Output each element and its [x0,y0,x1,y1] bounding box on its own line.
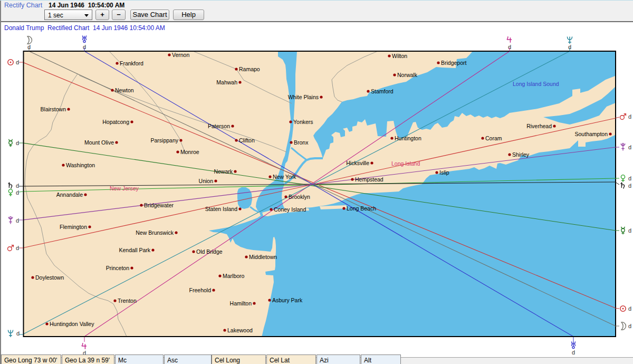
svg-text:d: d [16,217,19,224]
svg-text:Southampton: Southampton [575,131,608,137]
svg-text:Newark: Newark [214,168,233,175]
svg-text:Bridgeport: Bridgeport [441,60,467,66]
svg-text:Flemington: Flemington [60,224,87,230]
svg-text:Huntingdon Valley: Huntingdon Valley [50,321,94,327]
svg-text:Clifton: Clifton [239,137,255,143]
svg-text:Hempstead: Hempstead [355,176,383,183]
svg-text:Yonkers: Yonkers [293,119,313,125]
svg-text:d: d [16,189,19,196]
svg-text:d: d [628,323,631,329]
svg-text:Frankford: Frankford [120,60,143,66]
svg-text:d: d [16,59,19,65]
svg-text:Trenton: Trenton [118,298,137,304]
svg-text:d: d [16,140,19,146]
svg-text:Hamilton: Hamilton [230,300,252,306]
svg-text:Shirley: Shirley [512,151,530,158]
svg-text:Staten Island: Staten Island [205,206,237,212]
svg-text:Vernon: Vernon [172,52,189,58]
svg-text:Union: Union [199,178,214,184]
svg-text:Kendall Park: Kendall Park [119,247,150,253]
svg-text:Hicksville: Hicksville [346,160,369,166]
svg-text:d: d [628,305,631,312]
svg-text:Long Island: Long Island [391,160,420,167]
svg-text:Monroe: Monroe [180,149,199,155]
svg-text:Stamford: Stamford [371,88,394,94]
svg-text:Coney Island: Coney Island [274,206,306,213]
svg-text:d: d [628,175,631,181]
svg-text:d: d [16,183,19,189]
svg-text:Huntington: Huntington [395,135,421,141]
svg-text:Middletown: Middletown [249,254,277,260]
svg-text:Wilton: Wilton [392,53,407,59]
svg-text:Marlboro: Marlboro [223,273,245,279]
svg-text:Norwalk: Norwalk [397,72,418,78]
svg-text:Hopatcong: Hopatcong [102,119,129,125]
svg-text:Paterson: Paterson [208,123,230,129]
svg-text:Islip: Islip [439,169,449,176]
svg-text:Bridgewater: Bridgewater [144,202,174,208]
svg-text:Mahwah: Mahwah [216,79,237,85]
svg-text:d: d [628,113,631,120]
svg-text:d: d [628,227,631,234]
svg-text:Bronx: Bronx [294,139,309,146]
svg-text:Ramapo: Ramapo [239,66,260,72]
svg-text:Freehold: Freehold [189,287,212,293]
svg-text:Annandale: Annandale [56,191,83,198]
svg-text:Blairstown: Blairstown [41,106,66,112]
svg-text:New Jersey: New Jersey [110,185,139,191]
svg-text:d: d [572,349,575,356]
svg-text:d: d [628,183,631,189]
svg-text:Doylestown: Doylestown [35,274,64,281]
svg-text:Lakewood: Lakewood [227,327,253,333]
svg-text:d: d [16,330,20,337]
svg-text:Washington: Washington [66,162,95,168]
svg-text:Newton: Newton [115,87,134,93]
svg-text:White Plains: White Plains [288,94,319,100]
svg-text:Long Beach: Long Beach [347,205,376,212]
svg-text:Riverhead: Riverhead [526,123,552,129]
svg-text:Asbury Park: Asbury Park [272,297,303,303]
svg-text:New Brunswick: New Brunswick [136,229,174,236]
svg-text:Long Island Sound: Long Island Sound [513,81,559,87]
svg-text:Brooklyn: Brooklyn [289,194,310,200]
svg-text:Princeton: Princeton [106,265,130,271]
svg-text:Coram: Coram [485,135,502,141]
svg-text:Mount Olive: Mount Olive [84,139,114,146]
svg-text:Parsippany: Parsippany [150,137,178,143]
svg-text:d: d [628,144,631,150]
svg-text:d: d [16,245,19,251]
svg-text:Old Bridge: Old Bridge [196,248,223,255]
svg-text:New York: New York [273,174,296,180]
